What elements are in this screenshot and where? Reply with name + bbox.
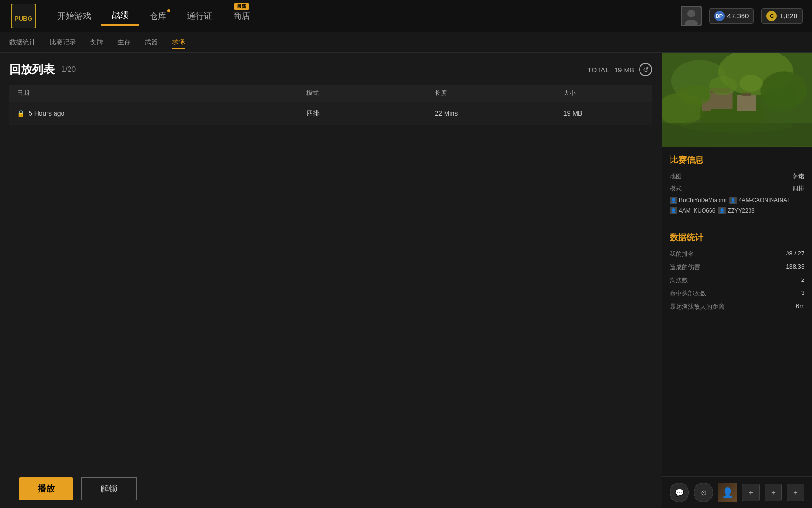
plus-icon-1: ＋ xyxy=(747,488,755,498)
mode-value: 四排 xyxy=(792,184,804,193)
chat-icon: 💬 xyxy=(675,488,684,497)
bottom-right-bar: 💬 ⊙ 👤 ＋ ＋ ＋ xyxy=(662,476,812,508)
total-size-value: 19 MB xyxy=(614,66,634,74)
player-3-avatar: 👤 xyxy=(670,207,677,214)
stat-rank-value: #8 / 27 xyxy=(786,250,804,258)
nav-start[interactable]: 开始游戏 xyxy=(47,7,102,25)
main-nav: 开始游戏 战绩 仓库 通行证 商店 xyxy=(47,6,260,26)
player-1-name: BuChiYuDeMiaomi xyxy=(679,197,726,204)
player-1: 👤 BuChiYuDeMiaomi xyxy=(670,197,726,204)
bottom-button-bar: 播放 解锁 xyxy=(9,469,652,508)
nav-shop[interactable]: 商店 xyxy=(223,7,260,25)
total-size-area: TOTAL 19 MB ↺ xyxy=(587,63,652,76)
stat-kills-value: 2 xyxy=(801,276,804,285)
svg-point-17 xyxy=(739,75,763,92)
players-list: 👤 BuChiYuDeMiaomi 👤 4AM-CAONINAINAI 👤 4A… xyxy=(670,197,804,214)
mode-label: 模式 xyxy=(670,184,682,193)
g-icon: G xyxy=(766,11,777,21)
table-row[interactable]: 🔒 5 Hours ago 四排 22 Mins 19 MB xyxy=(9,102,652,125)
nav-pass[interactable]: 通行证 xyxy=(177,7,223,25)
svg-point-16 xyxy=(709,76,737,95)
radar-button[interactable]: ⊙ xyxy=(694,483,713,502)
pubg-logo: PUBG xyxy=(9,2,38,30)
panel-title: 回放列表 xyxy=(9,62,55,77)
g-currency: G 1,820 xyxy=(761,8,803,24)
plus-icon-3: ＋ xyxy=(792,488,799,498)
chat-button[interactable]: 💬 xyxy=(670,483,689,502)
col-size: 大小 xyxy=(556,85,652,102)
col-date: 日期 xyxy=(9,85,299,102)
add-button-3[interactable]: ＋ xyxy=(787,484,804,501)
player-1-avatar: 👤 xyxy=(670,197,677,204)
panel-header: 回放列表 1/20 TOTAL 19 MB ↺ xyxy=(9,62,652,77)
map-label: 地图 xyxy=(670,172,682,181)
player-4-name: ZZYY2233 xyxy=(727,207,754,214)
title-group: 回放列表 1/20 xyxy=(9,62,76,77)
bp-currency: BP 47,360 xyxy=(709,8,754,24)
warehouse-dot xyxy=(167,9,170,12)
lock-icon: 🔒 xyxy=(17,110,25,117)
stat-headshots-value: 3 xyxy=(801,289,804,298)
total-label: TOTAL xyxy=(587,66,609,74)
right-panel: 比赛信息 地图 萨诺 模式 四排 👤 BuChiYuDeMiaomi 👤 4AM… xyxy=(662,53,812,508)
svg-point-18 xyxy=(679,85,711,105)
refresh-button[interactable]: ↺ xyxy=(639,63,652,76)
svg-rect-14 xyxy=(742,93,751,96)
match-info-title: 比赛信息 xyxy=(670,154,804,166)
stat-headshots-label: 命中头部次数 xyxy=(670,289,706,298)
subnav-data[interactable]: 数据统计 xyxy=(9,36,36,48)
col-mode: 模式 xyxy=(299,85,428,102)
left-panel: 回放列表 1/20 TOTAL 19 MB ↺ 日期 模式 长度 大小 xyxy=(0,53,662,508)
map-value: 萨诺 xyxy=(792,172,804,181)
map-image xyxy=(662,53,812,147)
stat-rank: 我的排名 #8 / 27 xyxy=(670,250,804,258)
svg-rect-13 xyxy=(737,95,756,111)
subnav-match[interactable]: 比赛记录 xyxy=(50,36,76,48)
subnav-medal[interactable]: 奖牌 xyxy=(90,36,103,48)
table-header-row: 日期 模式 长度 大小 xyxy=(9,85,652,102)
unlock-button[interactable]: 解锁 xyxy=(81,477,137,500)
stat-kills-label: 淘汰数 xyxy=(670,276,688,285)
player-2: 👤 4AM-CAONINAINAI xyxy=(729,197,789,204)
match-info-section: 比赛信息 地图 萨诺 模式 四排 👤 BuChiYuDeMiaomi 👤 4AM… xyxy=(662,147,812,222)
sub-navigation: 数据统计 比赛记录 奖牌 生存 武器 录像 xyxy=(0,32,812,53)
add-button-1[interactable]: ＋ xyxy=(742,484,760,501)
stat-longest-kill: 最远淘汰敌人的距离 6m xyxy=(670,302,804,311)
svg-point-3 xyxy=(687,10,695,17)
radar-icon: ⊙ xyxy=(701,488,707,497)
player-2-avatar: 👤 xyxy=(729,197,737,204)
stat-rank-label: 我的排名 xyxy=(670,250,694,258)
stat-damage: 造成的伤害 138.33 xyxy=(670,263,804,271)
player-4: 👤 ZZYY2233 xyxy=(718,207,754,214)
mode-row: 模式 四排 xyxy=(670,184,804,193)
top-right-area: BP 47,360 G 1,820 xyxy=(681,6,803,26)
character-icon: 👤 xyxy=(722,487,734,498)
main-content: 回放列表 1/20 TOTAL 19 MB ↺ 日期 模式 长度 大小 xyxy=(0,53,812,508)
stat-damage-label: 造成的伤害 xyxy=(670,263,700,271)
map-preview xyxy=(662,53,812,147)
player-3-name: 4AM_KUO666 xyxy=(679,207,715,214)
nav-warehouse[interactable]: 仓库 xyxy=(139,7,177,25)
row-date: 🔒 5 Hours ago xyxy=(9,102,299,125)
subnav-survival[interactable]: 生存 xyxy=(117,36,131,48)
stat-kills: 淘汰数 2 xyxy=(670,276,804,285)
top-navigation: PUBG 开始游戏 战绩 仓库 通行证 商店 BP xyxy=(0,0,812,32)
replay-count: 1/20 xyxy=(61,65,76,74)
stat-longest-label: 最远淘汰敌人的距离 xyxy=(670,302,725,311)
svg-text:PUBG: PUBG xyxy=(15,15,32,22)
subnav-replays[interactable]: 录像 xyxy=(172,36,185,49)
character-thumbnail[interactable]: 👤 xyxy=(718,483,737,502)
bp-icon: BP xyxy=(714,11,725,21)
subnav-weapons[interactable]: 武器 xyxy=(145,36,158,48)
player-avatar[interactable] xyxy=(681,6,702,26)
play-button[interactable]: 播放 xyxy=(19,477,73,500)
replay-table: 日期 模式 长度 大小 🔒 5 Hours ago 四排 22 Mins xyxy=(9,85,652,125)
svg-point-19 xyxy=(760,87,798,113)
col-duration: 长度 xyxy=(427,85,556,102)
row-duration: 22 Mins xyxy=(427,102,556,125)
nav-stats[interactable]: 战绩 xyxy=(102,6,139,26)
add-button-2[interactable]: ＋ xyxy=(765,484,782,501)
stat-longest-value: 6m xyxy=(796,302,804,311)
stats-section: 数据统计 我的排名 #8 / 27 造成的伤害 138.33 淘汰数 2 命中头… xyxy=(662,232,812,323)
stat-headshots: 命中头部次数 3 xyxy=(670,289,804,298)
